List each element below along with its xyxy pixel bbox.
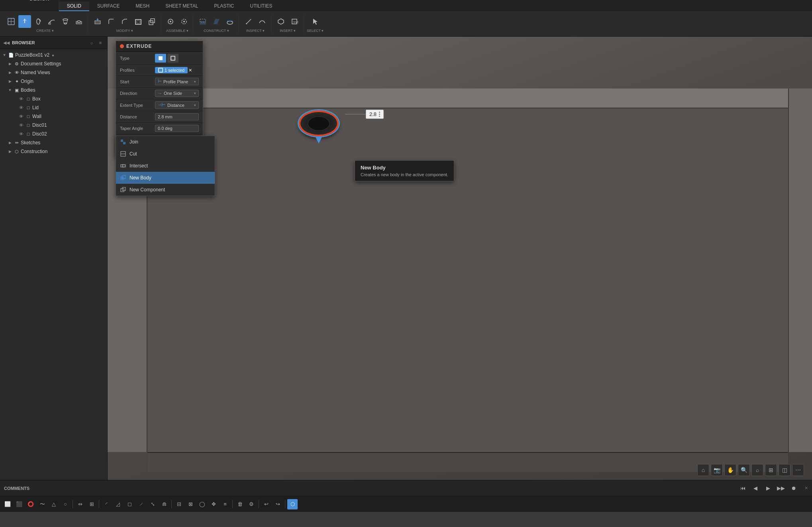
loft-btn[interactable] (59, 15, 72, 28)
named-views-toggle[interactable]: ▶ (7, 70, 13, 75)
disc01-eye-icon[interactable]: 👁 (19, 123, 24, 128)
bt-combine[interactable]: ⋒ (159, 499, 169, 509)
type-btn-surface[interactable] (167, 54, 178, 63)
lid-eye-icon[interactable]: 👁 (19, 105, 24, 110)
bt-revolve[interactable]: ⭕ (25, 499, 36, 509)
bodies-toggle[interactable]: ▼ (7, 87, 13, 93)
insert-mesh-btn[interactable] (275, 15, 287, 28)
sweep-btn[interactable] (45, 15, 58, 28)
tree-doc-settings[interactable]: ▶ ⚙ Document Settings (0, 59, 107, 68)
curvature-btn[interactable] (256, 15, 269, 28)
tangent-plane-btn[interactable] (224, 15, 236, 28)
insert-svg-btn[interactable]: SVG (288, 15, 301, 28)
viewport[interactable]: 2.8 New Body Creates a new body in the a… (108, 37, 812, 480)
tree-disc02[interactable]: 👁 □ Disc02 (0, 130, 107, 138)
plane-at-angle-btn[interactable] (210, 15, 223, 28)
distance-input[interactable] (155, 113, 199, 120)
tree-origin[interactable]: ▶ ✦ Origin (0, 77, 107, 86)
bt-compute[interactable]: ⚙ (246, 499, 257, 509)
record-btn[interactable]: ⏺ (788, 483, 799, 494)
bt-undo[interactable]: ↩ (261, 499, 271, 509)
browser-search-btn[interactable]: ⌕ (88, 39, 95, 46)
vp-search-btn[interactable]: ⌕ (751, 464, 763, 476)
bt-extrude[interactable]: ⬛ (14, 499, 24, 509)
tab-mesh[interactable]: MESH (128, 2, 158, 11)
tree-construction[interactable]: ▶ ⬡ Construction (0, 147, 107, 156)
profiles-clear-btn[interactable]: ✕ (188, 68, 192, 73)
bt-hole[interactable]: ○ (60, 499, 71, 509)
browser-menu-btn[interactable]: ≡ (97, 39, 104, 46)
tree-box[interactable]: 👁 □ Box (0, 94, 107, 103)
dd-newcomp[interactable]: New Component (116, 184, 215, 196)
direction-dropdown[interactable]: → One Side ▾ (155, 90, 199, 97)
dd-intersect[interactable]: Intersect (116, 160, 215, 172)
extrude-btn[interactable] (18, 15, 31, 28)
as-built-joint-btn[interactable] (178, 15, 190, 28)
vp-display-btn[interactable]: ◫ (779, 464, 790, 476)
vp-more-btn[interactable]: ⋯ (792, 464, 804, 476)
bt-sweep[interactable]: 〜 (37, 499, 47, 509)
tree-named-views[interactable]: ▶ 👁 Named Views (0, 68, 107, 77)
origin-toggle[interactable]: ▶ (7, 79, 13, 84)
tab-sheetmetal[interactable]: SHEET METAL (157, 2, 206, 11)
dimension-handle[interactable] (379, 112, 380, 117)
tab-plastic[interactable]: PLASTIC (206, 2, 242, 11)
tab-solid[interactable]: SOLID (59, 2, 89, 11)
revolve-btn[interactable] (32, 15, 45, 28)
bt-mirror[interactable]: ⇔ (75, 499, 85, 509)
select-btn[interactable] (309, 15, 322, 28)
tab-surface[interactable]: SURFACE (89, 2, 128, 11)
disc02-eye-icon[interactable]: 👁 (19, 132, 24, 136)
step-back-btn[interactable]: ◀ (750, 483, 761, 494)
bt-redo[interactable]: ↪ (273, 499, 283, 509)
offset-plane-btn[interactable] (196, 15, 209, 28)
bt-pattern[interactable]: ⊞ (86, 499, 97, 509)
bt-split-body[interactable]: ⊠ (185, 499, 196, 509)
joint-btn[interactable] (164, 15, 177, 28)
new-sketch-btn[interactable] (5, 15, 18, 28)
design-button[interactable]: DESIGN ▾ (24, 0, 59, 11)
step-forward-btn[interactable]: ▶▶ (776, 483, 786, 494)
shell-btn[interactable] (132, 15, 145, 28)
rewind-to-start-btn[interactable]: ⏮ (737, 483, 748, 494)
tree-wall[interactable]: 👁 □ Wall (0, 112, 107, 121)
bt-align[interactable]: ≡ (220, 499, 230, 509)
bt-split-face[interactable]: ⊟ (174, 499, 184, 509)
combine-btn[interactable] (145, 15, 158, 28)
dd-join[interactable]: Join (116, 136, 215, 148)
comments-collapse-icon[interactable]: ✕ (804, 486, 808, 491)
tree-root[interactable]: ▼ 📄 PuzzleBox01 v2 ● (0, 51, 107, 59)
tree-bodies[interactable]: ▼ ▣ Bodies (0, 86, 107, 94)
dd-newbody[interactable]: New Body (116, 172, 215, 184)
vp-grid-btn[interactable]: ⊞ (765, 464, 777, 476)
bt-new-sketch[interactable]: ⬜ (2, 499, 13, 509)
extent-type-dropdown[interactable]: ⊣⊢ Distance ▾ (155, 101, 199, 109)
bt-active-last[interactable]: ⬡ (287, 499, 298, 509)
bt-delete[interactable]: 🗑 (235, 499, 245, 509)
tree-disc01[interactable]: 👁 □ Disc01 (0, 121, 107, 130)
press-pull-btn[interactable] (91, 15, 104, 28)
tree-sketches[interactable]: ▶ ✏ Sketches (0, 138, 107, 147)
wall-eye-icon[interactable]: 👁 (19, 114, 24, 119)
box-eye-icon[interactable]: 👁 (19, 96, 24, 101)
hole-btn[interactable] (73, 15, 85, 28)
type-btn-solid[interactable] (155, 54, 166, 63)
bt-fillet[interactable]: ◜ (101, 499, 112, 509)
taper-input[interactable] (155, 125, 199, 132)
play-btn[interactable]: ▶ (763, 483, 773, 494)
bt-draft[interactable]: ⟋ (136, 499, 146, 509)
dimension-label[interactable]: 2.8 (366, 110, 384, 119)
vp-pan-btn[interactable]: ✋ (724, 464, 736, 476)
tab-utilities[interactable]: UTILITIES (242, 2, 280, 11)
bt-chamfer[interactable]: ◿ (113, 499, 123, 509)
profiles-select-btn[interactable]: 1 selected (155, 67, 188, 73)
doc-settings-toggle[interactable]: ▶ (7, 61, 13, 67)
bt-move[interactable]: ✥ (208, 499, 219, 509)
vp-camera-btn[interactable]: 📷 (711, 464, 723, 476)
bt-scale[interactable]: ⤡ (147, 499, 158, 509)
vp-home-btn[interactable]: ⌂ (697, 464, 709, 476)
root-toggle[interactable]: ▼ (2, 52, 7, 58)
start-dropdown[interactable]: ⊢ Profile Plane ▾ (155, 78, 199, 85)
construction-toggle[interactable]: ▶ (7, 149, 13, 154)
measure-btn[interactable] (242, 15, 255, 28)
